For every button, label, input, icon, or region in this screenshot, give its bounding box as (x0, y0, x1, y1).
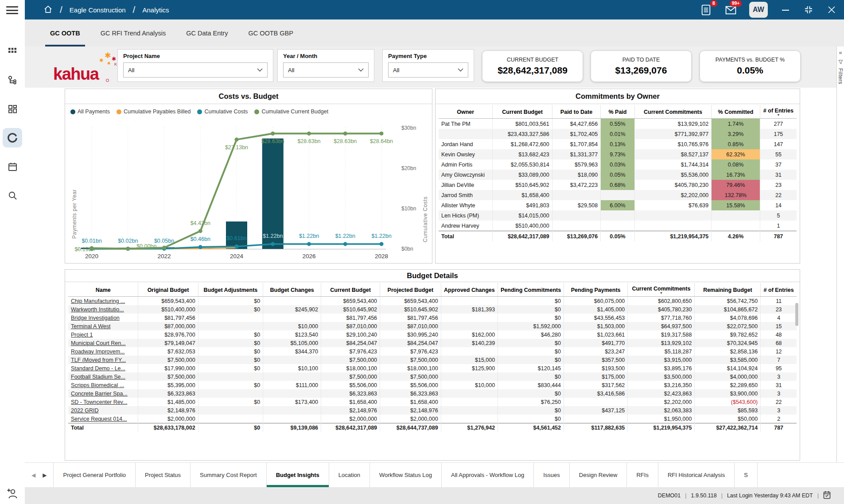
tab-gc-rfi-trend-analysis[interactable]: GC RFI Trend Analysis (90, 19, 176, 47)
table-row: Roadway Improvem...$7,632,053$0$344,370$… (68, 347, 797, 356)
scroll-right-icon[interactable]: ▶ (43, 472, 47, 478)
table-cell: 12 (761, 347, 797, 356)
table-cell: $123,540 (263, 330, 321, 339)
column-header-current-budget[interactable]: Current Budget (321, 283, 380, 297)
table-row: Kevin Owsley$13,682,423$1,331,3779.73%$8… (439, 149, 797, 159)
row-link[interactable]: Chip Manufacturing ... (71, 298, 125, 304)
tab-design-review[interactable]: Design Review (569, 463, 627, 487)
row-link[interactable]: 2022 GRID (71, 407, 99, 414)
sidebar-item-workflow[interactable] (3, 70, 22, 90)
sidebar-item-calendar[interactable] (3, 157, 22, 176)
table-cell: 15 (761, 322, 797, 330)
collapse-rail-icon[interactable]: « (839, 49, 842, 56)
table-total-row: Total$28,642,317,089$13,269,0760.05%$1,2… (439, 231, 797, 242)
tab-gc-data-entry[interactable]: GC Data Entry (176, 19, 238, 47)
row-link[interactable]: Warkworth Institutio... (71, 306, 124, 313)
legend-item-cumulative-payables-billed[interactable]: Cumulative Payables Billed (117, 109, 191, 115)
row-link[interactable]: Standard Demo - Le... (71, 365, 125, 372)
legend-item-all-payments[interactable]: All Payments (70, 109, 110, 115)
filters-rail-label[interactable]: Filters (837, 68, 844, 84)
table-cell: TLF (Moved from FY... (68, 356, 138, 364)
mail-icon[interactable]: 99+ (725, 4, 737, 16)
sidebar-item-dashboard[interactable] (3, 99, 22, 119)
row-link[interactable]: Municipal Court Ren... (71, 340, 126, 346)
tab-s[interactable]: S (734, 463, 758, 487)
session-icon[interactable] (823, 491, 831, 500)
hamburger-icon[interactable] (6, 6, 18, 15)
avatar[interactable]: AW (749, 2, 768, 18)
table-row: 2022 GRID$2,148,976$2,148,976$2,148,976$… (68, 406, 797, 415)
column-header-owner[interactable]: Owner (439, 105, 493, 119)
scroll-left-icon[interactable]: ◀ (31, 472, 35, 478)
restore-icon[interactable] (803, 4, 814, 15)
home-icon[interactable] (43, 5, 53, 15)
svg-text:$20bn: $20bn (401, 165, 416, 171)
row-link[interactable]: Scripps Biomedical ... (71, 382, 124, 388)
column-header-name[interactable]: Name (68, 283, 138, 297)
person-add-icon[interactable] (5, 487, 19, 500)
column-header-pending-commitments[interactable]: Pending Commitments (498, 283, 564, 297)
table-cell: 1 (760, 221, 797, 231)
column-header-committed[interactable]: % Committed (712, 105, 760, 119)
report-tab-strip: GC OOTBGC RFI Trend AnalysisGC Data Entr… (25, 19, 844, 47)
table-scrollbar[interactable] (795, 303, 798, 326)
row-link[interactable]: SD - Towncenter Rev... (71, 399, 127, 405)
tab-project-status[interactable]: Project Status (135, 463, 190, 487)
row-link[interactable]: Bridge Investigation (71, 315, 120, 321)
column-header-projected-budget[interactable]: Projected Budget (380, 283, 441, 297)
sidebar-item-analytics[interactable] (3, 128, 22, 147)
sidebar-item-apps[interactable] (3, 42, 22, 61)
table-cell: $7,500,000 (380, 356, 441, 364)
column-header-remaining-budget[interactable]: Remaining Budget (695, 283, 761, 297)
column-header-approved-changes[interactable]: Approved Changes (441, 283, 498, 297)
column-header-budget-adjustments[interactable]: Budget Adjustments (198, 283, 263, 297)
column-header-current-commitments[interactable]: Current Commitments▼ (628, 283, 695, 297)
column-header-of-entries[interactable]: # of Entries▼ (760, 105, 797, 119)
project-name-select[interactable]: All (123, 62, 268, 78)
column-header-budget-changes[interactable]: Budget Changes (263, 283, 321, 297)
legend-item-cumulative-costs[interactable]: Cumulative Costs (197, 109, 248, 115)
table-row: Service Request 014...$2,000,000$2,000,0… (68, 415, 797, 423)
table-cell: $18,090 (552, 170, 601, 180)
table-cell (263, 372, 321, 381)
tasks-icon[interactable]: 8 (700, 4, 712, 16)
row-link[interactable]: Project 1 (71, 332, 93, 338)
sidebar-item-search[interactable] (3, 186, 22, 205)
tab-issues[interactable]: Issues (533, 463, 569, 487)
tab-gc-ootb[interactable]: GC OOTB (40, 19, 90, 47)
tab-all-approvals-workflow-log[interactable]: All Approvals - Workflow Log (441, 463, 533, 487)
table-cell: 62.32% (712, 149, 760, 159)
payment-type-select[interactable]: All (388, 62, 468, 78)
breadcrumb-project[interactable]: Eagle Construction (70, 6, 126, 14)
column-header-paid-to-date[interactable]: Paid to Date (552, 105, 601, 119)
table-cell: $64,937,500 (628, 322, 695, 330)
row-link[interactable]: Roadway Improvem... (71, 349, 125, 355)
row-link[interactable]: TLF (Moved from FY... (71, 357, 126, 363)
row-link[interactable]: Service Request 014... (71, 416, 127, 422)
legend-item-cumulative-current-budget[interactable]: Cumulative Current Budget (254, 109, 328, 115)
column-header-original-budget[interactable]: Original Budget (138, 283, 198, 297)
tab-budget-insights[interactable]: Budget Insights (266, 463, 329, 487)
column-header-current-budget[interactable]: Current Budget (493, 105, 552, 119)
row-link[interactable]: Concrete Barrier Spa... (71, 391, 128, 397)
column-header-current-commitments[interactable]: Current Commitments (634, 105, 712, 119)
left-sidebar (0, 0, 25, 504)
breadcrumb-page[interactable]: Analytics (142, 6, 169, 14)
minimize-icon[interactable] (780, 4, 791, 15)
table-cell: $357,500 (564, 356, 628, 364)
tab-project-general-portfolio[interactable]: Project General Portfolio (53, 463, 135, 487)
row-link[interactable]: Football Stadium Se... (71, 374, 125, 380)
close-icon[interactable] (826, 4, 837, 15)
tab-rfis[interactable]: RFIs (626, 463, 657, 487)
tab-rfi-historical-analysis[interactable]: RFI Historical Analysis (658, 463, 734, 487)
tab-gc-ootb-gbp[interactable]: GC OOTB GBP (238, 19, 303, 47)
tab-workflow-status-log[interactable]: Workflow Status Log (369, 463, 441, 487)
column-header-of-entries[interactable]: # of Entries (761, 283, 797, 297)
column-header-paid[interactable]: % Paid (601, 105, 634, 119)
year-month-select[interactable]: All (283, 62, 369, 78)
tab-summary-cost-report[interactable]: Summary Cost Report (190, 463, 266, 487)
tab-location[interactable]: Location (329, 463, 369, 487)
column-header-pending-payments[interactable]: Pending Payments (564, 283, 628, 297)
row-link[interactable]: Terminal A West (71, 323, 110, 330)
costs-vs-budget-chart[interactable]: 20202022202420262028$30bn$20bn$10bn$0bn$… (69, 116, 429, 261)
